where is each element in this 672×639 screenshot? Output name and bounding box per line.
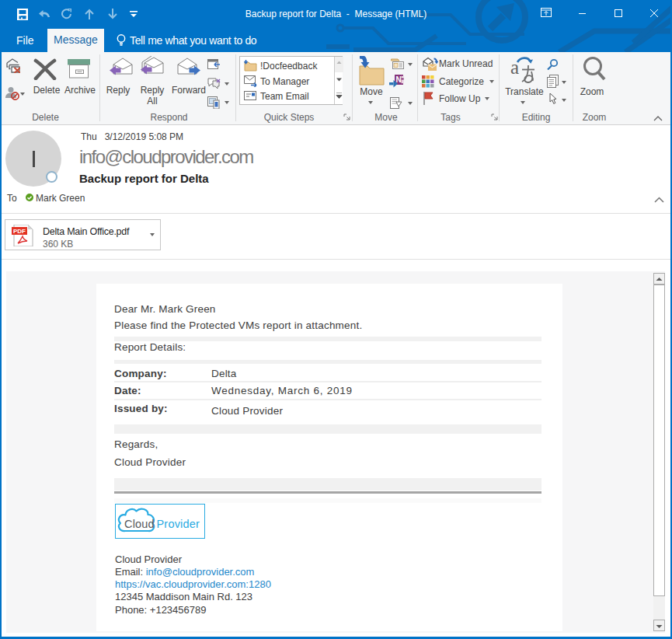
svg-text:Provider: Provider [157,518,200,530]
svg-text:PDF: PDF [13,228,26,235]
svg-text:Cloud: Cloud [124,518,155,530]
svg-text:a: a [510,57,519,78]
svg-text:N: N [395,75,401,84]
